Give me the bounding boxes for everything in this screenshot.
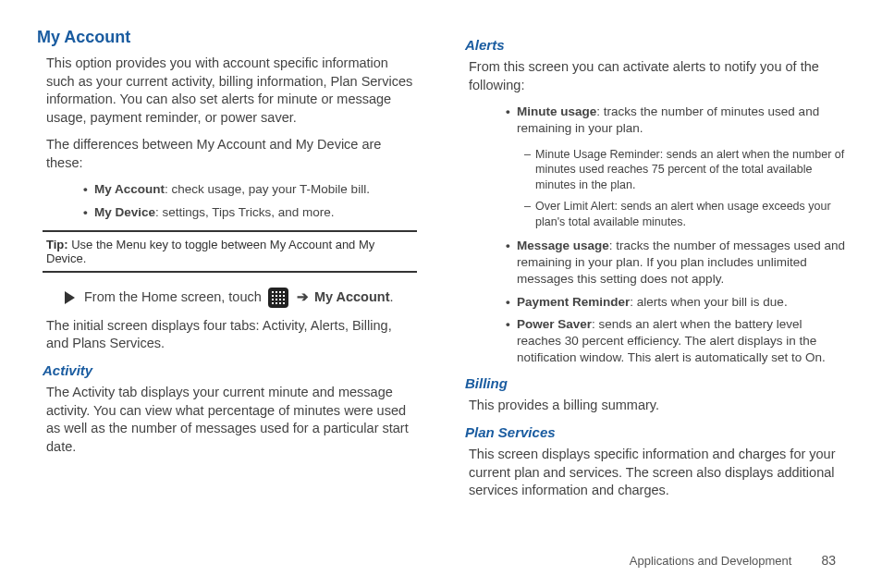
alert-payment: Payment Reminder: alerts when your bill …	[506, 294, 845, 311]
subheading-plan-services: Plan Services	[465, 424, 845, 440]
diff-item-device: My Device: settings, Tips Tricks, and mo…	[83, 204, 423, 221]
pointer-icon	[65, 291, 75, 304]
tabs-text: The initial screen displays four tabs: A…	[46, 317, 417, 353]
alert-minute: Minute usage: tracks the number of minut…	[506, 104, 845, 137]
subheading-activity: Activity	[43, 362, 423, 378]
apps-grid-icon	[268, 288, 288, 308]
subheading-billing: Billing	[465, 375, 845, 391]
alerts-list-cont: Message usage: tracks the number of mess…	[506, 238, 845, 367]
step-target: My Account	[314, 289, 390, 304]
activity-text: The Activity tab displays your current m…	[46, 384, 417, 456]
alerts-intro: From this screen you can activate alerts…	[469, 58, 839, 94]
step-post: .	[390, 289, 394, 304]
step-line: From the Home screen, touch ➔ My Account…	[65, 288, 417, 308]
plan-text: This screen displays specific informatio…	[469, 446, 839, 500]
subheading-alerts: Alerts	[465, 37, 845, 53]
arrow-icon: ➔	[297, 289, 309, 304]
alert-message: Message usage: tracks the number of mess…	[506, 238, 845, 288]
alerts-minute-sublist: Minute Usage Reminder: sends an alert wh…	[524, 147, 845, 230]
footer-section: Applications and Development	[630, 554, 792, 568]
diff-intro: The differences between My Account and M…	[46, 136, 417, 172]
page-body: My Account This option provides you with…	[0, 0, 882, 565]
tip-label: Tip:	[46, 238, 68, 251]
right-column: Alerts From this screen you can activate…	[459, 28, 845, 509]
intro-paragraph: This option provides you with account sp…	[46, 55, 417, 127]
section-title-my-account: My Account	[37, 28, 423, 47]
sub-minute-reminder: Minute Usage Reminder: sends an alert wh…	[524, 147, 845, 194]
step-pre-text: From the Home screen, touch	[84, 289, 265, 304]
alerts-list: Minute usage: tracks the number of minut…	[506, 104, 845, 137]
alert-power: Power Saver: sends an alert when the bat…	[506, 316, 845, 367]
diff-item-account: My Account: check usage, pay your T-Mobi…	[83, 181, 423, 198]
billing-text: This provides a billing summary.	[469, 397, 839, 415]
footer-page-number: 83	[821, 553, 836, 568]
tip-text: Use the Menu key to toggle between My Ac…	[46, 238, 374, 265]
page-footer: Applications and Development 83	[630, 553, 836, 568]
step-content: From the Home screen, touch ➔ My Account…	[84, 288, 394, 308]
tip-box: Tip: Use the Menu key to toggle between …	[43, 230, 417, 273]
sub-over-limit: Over Limit Alert: sends an alert when us…	[524, 199, 845, 230]
diff-list: My Account: check usage, pay your T-Mobi…	[83, 181, 423, 220]
left-column: My Account This option provides you with…	[37, 28, 423, 509]
